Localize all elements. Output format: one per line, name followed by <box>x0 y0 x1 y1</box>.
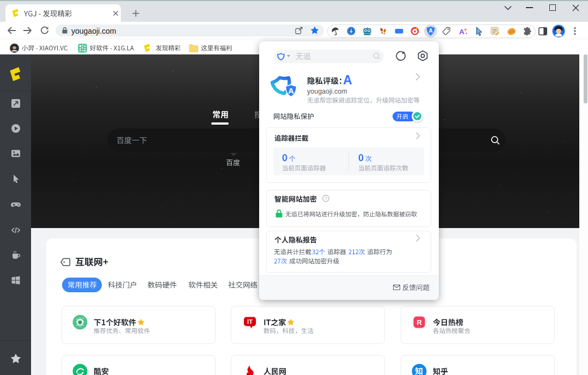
svg-text:?: ? <box>324 196 327 201</box>
svg-text:R: R <box>417 318 422 327</box>
svg-text:A: A <box>428 28 432 34</box>
svg-text:A: A <box>288 87 294 95</box>
svg-text:A: A <box>459 28 464 36</box>
svg-text:IT: IT <box>247 318 253 325</box>
